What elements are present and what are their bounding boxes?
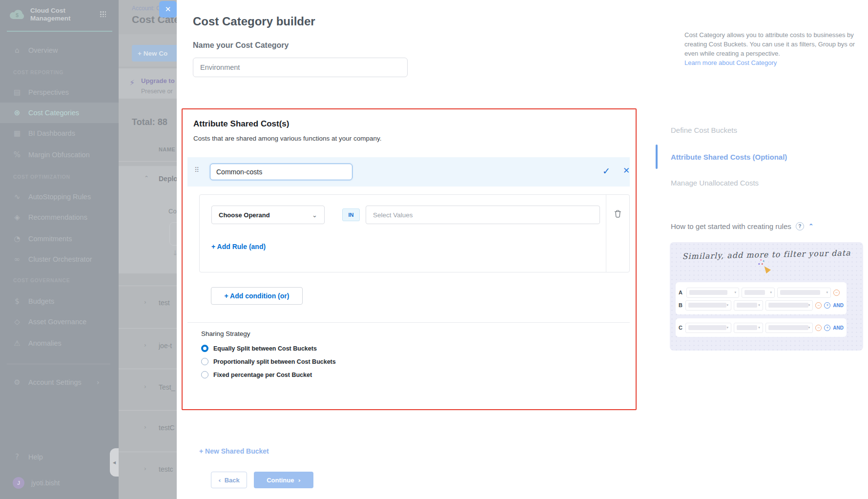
- module-grid-icon[interactable]: [100, 11, 106, 17]
- table-row[interactable]: › test: [119, 299, 177, 311]
- app-title: Cloud Cost Management: [30, 7, 84, 22]
- row-label: test: [159, 299, 170, 307]
- modal-close-icon[interactable]: ✕: [159, 1, 177, 18]
- sidebar-item-perspectives[interactable]: ▤ Perspectives: [0, 82, 119, 103]
- radio-unselected-icon[interactable]: [201, 371, 208, 378]
- new-cost-category-button[interactable]: + New Co: [132, 45, 177, 62]
- alert-shield-icon: ⚠: [13, 339, 21, 348]
- question-icon[interactable]: ?: [796, 222, 804, 230]
- ghost-form-box: [169, 222, 177, 246]
- chevron-right-icon: ›: [144, 342, 146, 349]
- lightning-icon: ⚡: [129, 78, 135, 87]
- pill-dropdown: ▾: [765, 323, 813, 333]
- sidebar-item-asset-governance[interactable]: ◇ Asset Governance: [0, 312, 119, 332]
- sidebar-item-budgets[interactable]: $ Budgets: [0, 291, 119, 312]
- add-rule-link[interactable]: + Add Rule (and): [211, 243, 266, 250]
- row-divider: [119, 452, 177, 452]
- app-logo: $ Cloud Cost Management: [9, 7, 84, 22]
- sidebar-item-label: Asset Governance: [28, 318, 86, 326]
- sidebar-item-label: Cluster Orchestrator: [28, 255, 92, 263]
- cloud-dollar-icon: $: [9, 8, 25, 21]
- add-condition-button[interactable]: + Add condition (or): [211, 287, 303, 305]
- table-row[interactable]: › Test_: [119, 383, 177, 395]
- row-letter: C: [679, 325, 683, 331]
- radio-unselected-icon[interactable]: [201, 358, 208, 365]
- help-bubble-icon: ?: [13, 453, 21, 461]
- shared-bucket-header: ⠿ ✓ ✕: [187, 157, 630, 187]
- cancel-x-icon[interactable]: ✕: [623, 166, 630, 175]
- autostopping-icon: ∿: [13, 192, 21, 201]
- drag-handle-icon[interactable]: ⠿: [194, 166, 198, 174]
- sidebar-item-cluster-orchestrator[interactable]: ∞ Cluster Orchestrator: [0, 249, 119, 270]
- table-row[interactable]: › joe-t: [119, 342, 177, 353]
- sidebar-item-commitments[interactable]: ◔ Commitments: [0, 229, 119, 249]
- learn-more-link[interactable]: Learn more about Cost Category: [684, 59, 777, 66]
- sidebar-item-label: Budgets: [28, 297, 54, 305]
- sidebar-item-overview[interactable]: ⌂ Overview: [0, 40, 119, 61]
- radio-proportionally-split[interactable]: Proportionally split between Cost Bucket…: [201, 358, 336, 365]
- section-header-cost-governance: COST GOVERNANCE: [13, 277, 70, 283]
- howto-header[interactable]: How to get started with creating rules ?…: [671, 222, 814, 230]
- operator-badge[interactable]: IN: [342, 208, 360, 221]
- select-values-input[interactable]: [366, 206, 600, 224]
- sidebar-item-label: Overview: [28, 46, 58, 54]
- radio-equally-split[interactable]: Equally Split between Cost Buckets: [201, 345, 317, 352]
- budgets-icon: $: [13, 297, 21, 306]
- table-row[interactable]: › testC: [119, 424, 177, 436]
- sidebar-collapse-handle[interactable]: ◀: [110, 448, 119, 477]
- pill-dropdown: ▾: [686, 288, 739, 298]
- user-menu[interactable]: J jyoti.bisht: [0, 473, 119, 493]
- illustration-row-a: A ▾ ▾ ▾ −: [679, 287, 844, 298]
- avatar: J: [13, 477, 24, 489]
- sidebar-item-account-settings[interactable]: ⚙ Account Settings ›: [0, 372, 119, 393]
- chevron-up-icon[interactable]: ⌃: [808, 223, 814, 230]
- illustration-row-b: B ▾ ▾ ▾ − + AND: [679, 300, 844, 311]
- row-label: Deplo: [159, 175, 177, 183]
- and-label: AND: [833, 325, 844, 331]
- sidebar-item-margin-obfuscation[interactable]: % Margin Obfuscation: [0, 145, 119, 165]
- section-header-cost-reporting: COST REPORTING: [13, 69, 63, 75]
- add-circle-icon: +: [824, 325, 830, 331]
- step-define-cost-buckets[interactable]: Define Cost Buckets: [671, 126, 737, 134]
- sidebar-item-help[interactable]: ? Help: [0, 447, 119, 467]
- remove-circle-icon: −: [815, 302, 822, 309]
- dashboards-icon: ▦: [13, 129, 21, 138]
- total-count: Total: 88: [132, 117, 167, 127]
- svg-text:$: $: [16, 12, 19, 18]
- pill-dropdown: ▾: [685, 323, 731, 333]
- rule-condition-card: Choose Operand ⌄ IN + Add Rule (and): [199, 194, 630, 272]
- name-field-label: Name your Cost Category: [193, 41, 289, 50]
- gear-icon: ⚙: [13, 378, 21, 387]
- new-shared-bucket-link[interactable]: + New Shared Bucket: [199, 447, 269, 455]
- radio-selected-icon[interactable]: [201, 345, 208, 352]
- confirm-check-icon[interactable]: ✓: [602, 166, 610, 176]
- sidebar-item-cost-categories[interactable]: ⊛ Cost Categories: [0, 103, 119, 123]
- pill-dropdown: ▾: [685, 300, 731, 311]
- table-row[interactable]: › testc: [119, 465, 177, 477]
- table-row-expanded[interactable]: ⌃ Deplo: [119, 175, 177, 187]
- pill-dropdown: ▾: [765, 300, 813, 311]
- sidebar-item-anomalies[interactable]: ⚠ Anomalies: [0, 333, 119, 353]
- sidebar-item-label: Cost Categories: [28, 109, 79, 117]
- operand-select[interactable]: Choose Operand ⌄: [211, 206, 325, 224]
- sidebar-item-recommendations[interactable]: ◈ Recommendations: [0, 207, 119, 228]
- step-manage-unallocated-costs[interactable]: Manage Unallocated Costs: [671, 179, 759, 187]
- step-attribute-shared-costs[interactable]: Attribute Shared Costs (Optional): [671, 153, 787, 161]
- trash-column: [606, 195, 629, 272]
- sidebar-item-autostopping-rules[interactable]: ∿ AutoStopping Rules: [0, 187, 119, 207]
- percent-icon: %: [13, 150, 21, 159]
- logo-divider: [7, 31, 112, 32]
- trash-icon[interactable]: [614, 209, 621, 218]
- continue-button[interactable]: Continue ›: [254, 472, 313, 488]
- chevron-right-icon: ›: [144, 383, 146, 390]
- radio-fixed-percentage[interactable]: Fixed percentage per Cost Bucket: [201, 371, 312, 378]
- sidebar-item-label: Margin Obfuscation: [28, 151, 90, 159]
- add-circle-icon: +: [824, 302, 830, 309]
- cost-category-name-input[interactable]: [193, 58, 408, 77]
- background-page-dimmed: Account: C Cost Cate + New Co ⚡ Upgrade …: [119, 0, 177, 499]
- recommendations-icon: ◈: [13, 213, 21, 222]
- sidebar-item-label: Help: [28, 453, 43, 461]
- back-button[interactable]: ‹ Back: [211, 472, 247, 488]
- sidebar-item-bi-dashboards[interactable]: ▦ BI Dashboards: [0, 123, 119, 144]
- shared-bucket-name-input[interactable]: [210, 164, 352, 180]
